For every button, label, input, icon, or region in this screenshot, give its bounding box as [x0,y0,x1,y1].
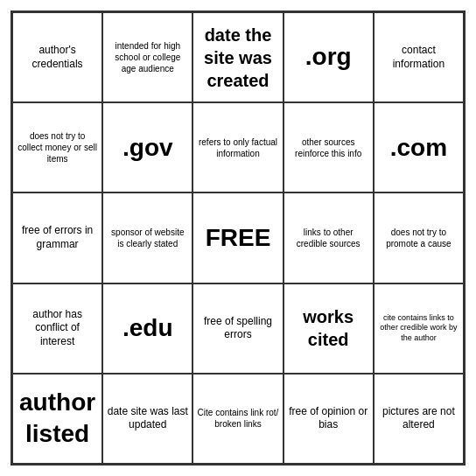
bingo-cell-r3c1: .edu [102,284,192,374]
bingo-cell-r3c4: cite contains links to other credible wo… [374,284,464,374]
bingo-cell-r1c1: .gov [102,102,192,192]
bingo-cell-r1c3: other sources reinforce this info [284,102,374,192]
bingo-cell-r3c0: author has conflict of interest [12,284,102,374]
bingo-cell-r4c3: free of opinion or bias [284,374,374,464]
bingo-cell-r3c2: free of spelling errors [192,284,283,374]
bingo-cell-r1c2: refers to only factual information [192,102,283,192]
bingo-cell-r2c3: links to other credible sources [284,192,374,283]
bingo-cell-r4c2: Cite contains link rot/ broken links [192,374,283,464]
bingo-cell-r0c0: author's credentials [12,12,102,102]
bingo-cell-r4c4: pictures are not altered [374,374,464,464]
bingo-cell-r0c3: .org [284,12,374,102]
bingo-cell-r4c0: author listed [12,374,102,464]
bingo-cell-r0c2: date the site was created [192,12,283,102]
bingo-cell-r2c2: FREE [192,192,283,283]
bingo-cell-r0c1: intended for high school or college age … [102,12,192,102]
bingo-cell-r0c4: contact information [374,12,464,102]
bingo-cell-r2c4: does not try to promote a cause [374,192,464,283]
bingo-cell-r1c0: does not try to collect money or sell it… [12,102,102,192]
bingo-cell-r2c0: free of errors in grammar [12,192,102,283]
bingo-cell-r2c1: sponsor of website is clearly stated [102,192,192,283]
bingo-cell-r3c3: works cited [284,284,374,374]
bingo-card: author's credentialsintended for high sc… [10,10,466,466]
bingo-cell-r1c4: .com [374,102,464,192]
bingo-cell-r4c1: date site was last updated [102,374,192,464]
